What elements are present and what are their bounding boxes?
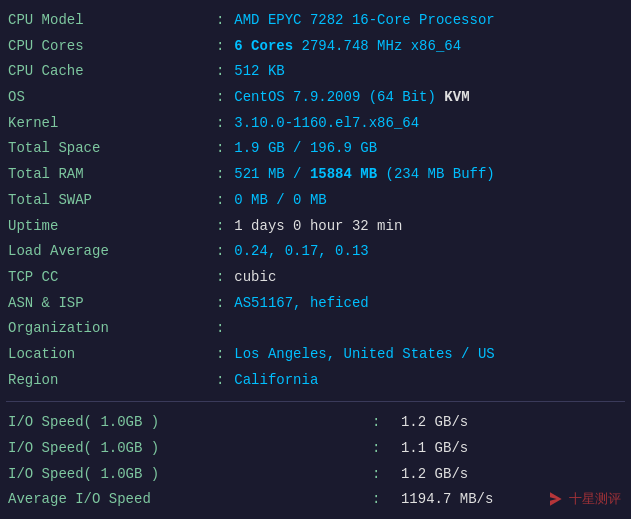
row-label: Region (6, 368, 214, 394)
row-value: Los Angeles, United States / US (232, 342, 625, 368)
io-label: I/O Speed( 1.0GB ) (6, 462, 370, 488)
row-label: Location (6, 342, 214, 368)
row-label: CPU Cache (6, 59, 214, 85)
io-value: 1.1 GB/s (399, 436, 625, 462)
row-colon: : (214, 368, 232, 394)
io-colon: : (370, 436, 399, 462)
table-row: I/O Speed( 1.0GB ):1.1 GB/s (6, 436, 625, 462)
row-label: CPU Model (6, 8, 214, 34)
row-colon: : (214, 111, 232, 137)
row-value: CentOS 7.9.2009 (64 Bit) KVM (232, 85, 625, 111)
row-colon: : (214, 265, 232, 291)
row-value: 1.9 GB / 196.9 GB (232, 136, 625, 162)
row-label: OS (6, 85, 214, 111)
table-row: I/O Speed( 1.0GB ):1.2 GB/s (6, 410, 625, 436)
row-value: AS51167, heficed (232, 291, 625, 317)
row-label: ASN & ISP (6, 291, 214, 317)
table-row: Uptime:1 days 0 hour 32 min (6, 214, 625, 240)
watermark: 十星测评 (545, 489, 621, 509)
watermark-icon (545, 489, 565, 509)
table-row: Total Space:1.9 GB / 196.9 GB (6, 136, 625, 162)
io-table: I/O Speed( 1.0GB ):1.2 GB/sI/O Speed( 1.… (6, 410, 625, 513)
watermark-text: 十星测评 (569, 490, 621, 508)
io-colon: : (370, 462, 399, 488)
row-label: Organization (6, 316, 214, 342)
row-colon: : (214, 8, 232, 34)
table-row: Average I/O Speed:1194.7 MB/s (6, 487, 625, 513)
io-label: I/O Speed( 1.0GB ) (6, 410, 370, 436)
row-colon: : (214, 85, 232, 111)
row-value: 1 days 0 hour 32 min (232, 214, 625, 240)
table-row: Load Average:0.24, 0.17, 0.13 (6, 239, 625, 265)
row-colon: : (214, 214, 232, 240)
table-row: TCP CC:cubic (6, 265, 625, 291)
io-label: Average I/O Speed (6, 487, 370, 513)
row-colon: : (214, 59, 232, 85)
row-label: Load Average (6, 239, 214, 265)
table-row: Organization: (6, 316, 625, 342)
row-value: California (232, 368, 625, 394)
io-label: I/O Speed( 1.0GB ) (6, 436, 370, 462)
io-value: 1.2 GB/s (399, 410, 625, 436)
io-colon: : (370, 410, 399, 436)
row-label: CPU Cores (6, 34, 214, 60)
row-colon: : (214, 291, 232, 317)
row-value: 512 KB (232, 59, 625, 85)
row-label: Kernel (6, 111, 214, 137)
table-row: ASN & ISP:AS51167, heficed (6, 291, 625, 317)
row-label: Uptime (6, 214, 214, 240)
io-value: 1.2 GB/s (399, 462, 625, 488)
row-value: 521 MB / 15884 MB (234 MB Buff) (232, 162, 625, 188)
row-colon: : (214, 316, 232, 342)
row-value: cubic (232, 265, 625, 291)
row-value: 0 MB / 0 MB (232, 188, 625, 214)
table-row: Location:Los Angeles, United States / US (6, 342, 625, 368)
row-value: AMD EPYC 7282 16-Core Processor (232, 8, 625, 34)
row-value: 3.10.0-1160.el7.x86_64 (232, 111, 625, 137)
row-label: Total RAM (6, 162, 214, 188)
row-value (232, 316, 625, 342)
table-row: Region:California (6, 368, 625, 394)
svg-marker-0 (550, 492, 562, 505)
system-info-table: CPU Model:AMD EPYC 7282 16-Core Processo… (6, 8, 625, 393)
table-row: OS:CentOS 7.9.2009 (64 Bit) KVM (6, 85, 625, 111)
row-colon: : (214, 34, 232, 60)
table-row: Total SWAP:0 MB / 0 MB (6, 188, 625, 214)
row-value: 0.24, 0.17, 0.13 (232, 239, 625, 265)
row-colon: : (214, 162, 232, 188)
row-label: Total SWAP (6, 188, 214, 214)
table-row: CPU Cores:6 Cores 2794.748 MHz x86_64 (6, 34, 625, 60)
row-label: TCP CC (6, 265, 214, 291)
row-colon: : (214, 239, 232, 265)
table-row: Kernel:3.10.0-1160.el7.x86_64 (6, 111, 625, 137)
io-colon: : (370, 487, 399, 513)
section-divider (6, 401, 625, 402)
table-row: CPU Model:AMD EPYC 7282 16-Core Processo… (6, 8, 625, 34)
table-row: I/O Speed( 1.0GB ):1.2 GB/s (6, 462, 625, 488)
row-colon: : (214, 188, 232, 214)
row-colon: : (214, 136, 232, 162)
table-row: Total RAM:521 MB / 15884 MB (234 MB Buff… (6, 162, 625, 188)
row-colon: : (214, 342, 232, 368)
table-row: CPU Cache:512 KB (6, 59, 625, 85)
row-label: Total Space (6, 136, 214, 162)
row-value: 6 Cores 2794.748 MHz x86_64 (232, 34, 625, 60)
